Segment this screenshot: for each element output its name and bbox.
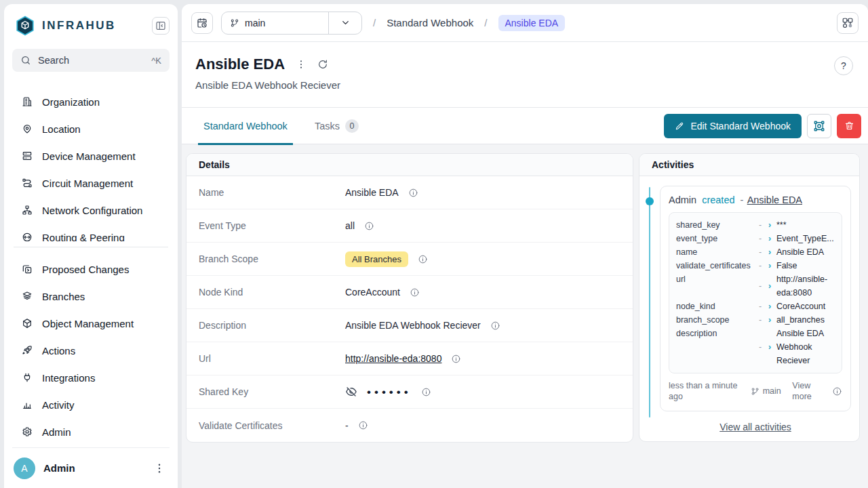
detail-value-wrap: all — [345, 220, 374, 231]
schema-icon — [842, 17, 854, 29]
chevron-right-icon: › — [764, 300, 775, 313]
sidebar-item-proposed-changes[interactable]: Proposed Changes — [12, 256, 170, 283]
tab-tasks[interactable]: Tasks 0 — [312, 108, 361, 144]
breadcrumb-object[interactable]: Ansible EDA — [498, 15, 566, 31]
sidebar-item-device-management[interactable]: Device Management — [12, 142, 170, 169]
git-branch-icon — [751, 387, 760, 396]
sidebar-item-label: Activity — [42, 399, 75, 411]
chevron-right-icon: › — [764, 232, 775, 245]
sidebar-item-label: Proposed Changes — [42, 264, 129, 275]
info-icon[interactable] — [421, 387, 431, 397]
manage-groups-button[interactable] — [807, 114, 831, 138]
change-key: node_kind — [676, 300, 756, 313]
branch-dropdown-toggle[interactable] — [329, 18, 361, 28]
detail-row-validate-certificates: Validate Certificates- — [186, 409, 633, 442]
sidebar-item-actions[interactable]: Actions — [12, 337, 170, 364]
user-menu-kebab-icon[interactable] — [153, 462, 165, 474]
change-key: description — [676, 327, 756, 340]
info-icon[interactable] — [364, 221, 374, 231]
change-old-value: - — [756, 279, 764, 293]
sidebar-item-circuit-management[interactable]: Circuit Management — [12, 169, 170, 197]
info-icon[interactable] — [490, 321, 500, 331]
change-new-value: *** — [776, 218, 835, 232]
chevron-right-icon: › — [764, 245, 775, 259]
sidebar-item-network-configuration[interactable]: Network Configuration — [12, 197, 170, 224]
info-icon[interactable] — [358, 420, 368, 430]
detail-row-url: Urlhttp://ansible-eda:8080 — [186, 342, 633, 375]
info-icon[interactable] — [832, 386, 842, 396]
avatar[interactable]: A — [14, 458, 35, 479]
sidebar-item-location[interactable]: Location — [12, 115, 170, 142]
detail-value: all — [345, 220, 355, 231]
secret-value: •••••• — [367, 386, 412, 398]
rocket-icon — [22, 345, 33, 356]
change-old-value: - — [756, 340, 764, 354]
detail-row-shared-key: Shared Key•••••• — [186, 375, 633, 409]
tab-standard-webhook[interactable]: Standard Webhook — [201, 108, 290, 144]
detail-label: Url — [199, 353, 345, 364]
sidebar-item-routing-peering[interactable]: Routing & Peering — [12, 224, 170, 241]
activity-object-link[interactable]: Ansible EDA — [747, 195, 802, 205]
view-all-activities-link[interactable]: View all activities — [660, 422, 851, 432]
detail-label: Description — [199, 320, 345, 331]
delete-button[interactable] — [837, 114, 861, 138]
activity-branch: main — [751, 386, 781, 396]
chevron-right-icon: › — [764, 313, 775, 327]
infrahub-logo-icon — [15, 16, 35, 36]
sidebar-item-label: Integrations — [42, 372, 95, 384]
time-travel-button[interactable] — [191, 12, 213, 34]
activity-change-event-type: event_type-›Event_TypeE... — [676, 232, 835, 245]
sidebar-item-object-management[interactable]: Object Management — [12, 310, 170, 337]
title-kebab-icon[interactable] — [296, 59, 307, 70]
brand-name: INFRAHUB — [42, 19, 152, 33]
sidebar-collapse-button[interactable] — [152, 17, 170, 35]
router-icon — [22, 232, 33, 241]
detail-value-wrap: •••••• — [345, 386, 431, 398]
sidebar: INFRAHUB Search ^K OrganizationLocationD… — [4, 4, 178, 488]
search-input[interactable]: Search ^K — [12, 49, 170, 72]
refresh-icon[interactable] — [317, 59, 328, 70]
sidebar-header: INFRAHUB — [12, 12, 170, 39]
help-button[interactable]: ? — [834, 56, 853, 75]
tab-label: Standard Webhook — [203, 121, 288, 131]
activity-author: Admin — [669, 195, 696, 205]
change-key: validate_certificates — [676, 259, 756, 272]
detail-row-description: DescriptionAnsible EDA Webhook Reciever — [186, 309, 633, 342]
sidebar-item-activity[interactable]: Activity — [12, 391, 170, 418]
sidebar-item-integrations[interactable]: Integrations — [12, 364, 170, 391]
activities-card-title: Activities — [639, 154, 859, 176]
building-icon — [22, 96, 33, 107]
view-more-link[interactable]: View more — [792, 380, 821, 403]
breadcrumb-schema[interactable]: Standard Webhook — [387, 17, 473, 28]
branch-selector[interactable]: main — [221, 12, 362, 35]
change-new-value: all_branches — [776, 313, 835, 327]
info-icon[interactable] — [418, 254, 428, 264]
change-old-value: - — [756, 232, 764, 245]
activity-change-validate-certificates: validate_certificates-›False — [676, 259, 835, 272]
edit-standard-webhook-button[interactable]: Edit Standard Webhook — [664, 114, 802, 138]
eye-off-icon[interactable] — [345, 386, 357, 398]
activity-timestamp: less than a minute ago — [669, 380, 739, 403]
cube-icon — [22, 318, 33, 329]
detail-value-wrap: - — [345, 420, 368, 431]
detail-value: Ansible EDA Webhook Reciever — [345, 320, 481, 331]
info-icon[interactable] — [408, 188, 418, 198]
sidebar-item-admin[interactable]: Admin — [12, 418, 170, 445]
chart-icon — [22, 399, 33, 410]
sidebar-item-label: Organization — [42, 96, 100, 108]
details-card: Details NameAnsible EDAEvent TypeallBran… — [186, 153, 633, 443]
schema-visualizer-button[interactable] — [837, 12, 859, 34]
info-icon[interactable] — [410, 287, 420, 298]
sidebar-item-organization[interactable]: Organization — [12, 88, 170, 115]
breadcrumb-separator: / — [484, 17, 487, 28]
sidebar-item-branches[interactable]: Branches — [12, 283, 170, 310]
detail-row-branch-scope: Branch ScopeAll Branches — [186, 243, 633, 276]
sidebar-item-label: Device Management — [42, 150, 136, 162]
activity-change-url: url-›http://ansible-eda:8080 — [676, 272, 835, 300]
sidebar-item-label: Circuit Management — [42, 178, 133, 189]
change-key: url — [676, 272, 756, 286]
url-link[interactable]: http://ansible-eda:8080 — [345, 353, 441, 364]
gear-icon — [22, 426, 33, 437]
server-icon — [22, 150, 33, 161]
info-icon[interactable] — [451, 354, 461, 364]
